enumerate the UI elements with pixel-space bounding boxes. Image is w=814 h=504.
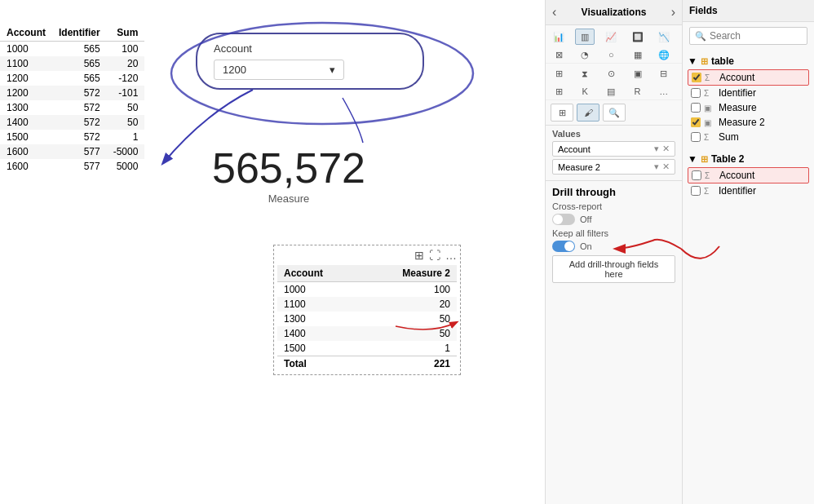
field-checkbox-measure2-table[interactable]: [691, 117, 701, 127]
chevron-right-icon[interactable]: ›: [671, 5, 675, 20]
table-section-table2: ▼ ⊞ Table 2 Σ Account Σ Identifier: [688, 151, 809, 198]
field-checkbox-identifier-table2[interactable]: [691, 186, 701, 196]
table-cell: 577: [52, 159, 107, 174]
table-cell: 1: [361, 341, 458, 356]
viz-icon-bar[interactable]: 📊: [549, 29, 568, 45]
drill-through-section: Drill through Cross-report Off Keep all …: [546, 180, 682, 288]
sigma-icon-sum: Σ: [704, 133, 715, 142]
viz-icon-kpi[interactable]: K: [575, 83, 595, 99]
viz-icon-shape[interactable]: R: [628, 83, 648, 99]
value-pill-account[interactable]: Account ▾ ✕: [552, 141, 675, 157]
table-row: 1000100: [277, 282, 457, 298]
table-cell: 1400: [277, 326, 361, 341]
keep-filters-toggle[interactable]: [552, 241, 575, 252]
cross-report-label: Cross-report: [552, 201, 675, 211]
cross-report-toggle[interactable]: [552, 214, 575, 225]
table-row: 16005775000: [0, 159, 144, 174]
field-checkbox-account-table2[interactable]: [692, 170, 701, 180]
cross-report-value: Off: [580, 214, 591, 224]
total-row: Total221: [277, 356, 457, 372]
sigma-icon-account-table2: Σ: [705, 171, 716, 180]
more-options-icon[interactable]: …: [445, 249, 457, 262]
viz-icon-matrix[interactable]: ⊞: [549, 83, 568, 99]
table-icon: ⊞: [701, 56, 708, 67]
table-cell: 5000: [107, 159, 145, 174]
cross-report-toggle-row: Off: [552, 214, 675, 225]
table-cell: 1200: [0, 86, 52, 100]
chevron-left-icon[interactable]: ‹: [552, 5, 556, 20]
big-number-value: 565,572: [212, 147, 365, 189]
search-input[interactable]: [710, 30, 802, 42]
small-table-col-measure2: Measure 2: [361, 265, 458, 282]
format-tab-row: ⊞ 🖌 🔍: [546, 100, 682, 126]
table-cell: 572: [52, 100, 107, 115]
table-cell: -120: [107, 71, 145, 86]
viz-icon-treemap[interactable]: ▦: [628, 46, 648, 63]
viz-icon-scatter[interactable]: ⊠: [549, 46, 568, 63]
table-row: 130050: [277, 312, 457, 326]
format-tab-btn[interactable]: 🖌: [577, 104, 599, 122]
right-panel: ‹ Visualizations › 📊 ▥ 📈 🔲 📉 ⊠ ◔ ○ ▦ 🌐 ⊞…: [545, 0, 814, 504]
keep-filters-value: On: [580, 241, 592, 251]
add-drill-through-button[interactable]: Add drill-through fields here: [552, 255, 675, 283]
viz-panel-header: ‹ Visualizations ›: [546, 0, 682, 25]
slicer-dropdown[interactable]: 1200 ▾: [214, 60, 344, 80]
field-checkbox-account-table[interactable]: [692, 73, 701, 82]
value-pill-account-label: Account: [558, 144, 591, 154]
collapse-icon-table2: ▼: [688, 153, 697, 165]
table-row: 1000565100: [0, 42, 144, 57]
fields-tab-btn[interactable]: ⊞: [551, 104, 573, 122]
viz-icon-more[interactable]: …: [654, 83, 674, 99]
table-cell: 100: [107, 42, 145, 57]
value-pill-measure2-close[interactable]: ✕: [662, 161, 670, 172]
viz-icon-pie[interactable]: ◔: [575, 46, 595, 63]
drill-through-title: Drill through: [552, 186, 675, 198]
table-icon-measure: ▣: [704, 104, 715, 113]
field-checkbox-sum-table[interactable]: [691, 132, 701, 142]
value-pill-measure2[interactable]: Measure 2 ▾ ✕: [552, 159, 675, 175]
viz-icon-card[interactable]: ▣: [628, 65, 648, 82]
value-pill-measure2-chevron[interactable]: ▾: [654, 161, 659, 172]
viz-icon-filled-map[interactable]: ⊞: [549, 65, 568, 82]
viz-icon-funnel[interactable]: ⧗: [575, 65, 595, 82]
table-cell: 577: [52, 144, 107, 159]
viz-icon-column[interactable]: ▥: [575, 29, 595, 45]
table-cell: 1500: [0, 130, 52, 144]
viz-icon-line[interactable]: 📈: [601, 29, 621, 45]
viz-icon-slicer[interactable]: ▤: [601, 83, 621, 99]
viz-icon-grid-2: ⊞ ⧗ ⊙ ▣ ⊟ ⊞ K ▤ R …: [546, 64, 682, 100]
table-section-header-table[interactable]: ▼ ⊞ table: [688, 53, 809, 69]
value-pill-account-close[interactable]: ✕: [662, 144, 670, 154]
focus-icon[interactable]: ⛶: [429, 249, 440, 262]
left-table-container: Account Identifier Sum 10005651001100565…: [0, 24, 163, 174]
analytics-tab-btn[interactable]: 🔍: [603, 104, 626, 122]
table-cell: -101: [107, 86, 145, 100]
field-checkbox-measure-table[interactable]: [691, 103, 701, 113]
viz-icon-table[interactable]: ⊟: [654, 65, 674, 82]
table-row: 140050: [277, 326, 457, 341]
viz-icon-ribbon[interactable]: 📉: [654, 29, 674, 45]
field-item-account-table: Σ Account: [688, 69, 809, 86]
field-checkbox-identifier-table[interactable]: [691, 88, 701, 98]
viz-icon-map[interactable]: 🌐: [654, 46, 674, 63]
table-cell: 1300: [0, 100, 52, 115]
viz-icon-area[interactable]: 🔲: [628, 29, 648, 45]
table2-section-name: Table 2: [711, 153, 744, 165]
value-pill-account-chevron[interactable]: ▾: [654, 144, 659, 154]
table-section-header-table2[interactable]: ▼ ⊞ Table 2: [688, 151, 809, 167]
viz-icon-gauge[interactable]: ⊙: [601, 65, 621, 82]
filter-icon[interactable]: ⊞: [414, 249, 424, 262]
col-header-sum: Sum: [107, 24, 145, 42]
viz-icon-grid-1: 📊 ▥ 📈 🔲 📉 ⊠ ◔ ○ ▦ 🌐: [546, 25, 682, 64]
table-row: 140057250: [0, 115, 144, 130]
table-cell: 1100: [0, 56, 52, 71]
table-cell: 1100: [277, 297, 361, 312]
field-label-account-table2: Account: [719, 170, 754, 181]
table-cell: 565: [52, 56, 107, 71]
viz-icon-donut[interactable]: ○: [601, 46, 621, 63]
table-cell: 1300: [277, 312, 361, 326]
search-box[interactable]: 🔍: [689, 27, 807, 45]
field-item-identifier-table2: Σ Identifier: [688, 183, 809, 198]
field-item-measure2-table: ▣ Measure 2: [688, 115, 809, 130]
table-cell: -5000: [107, 144, 145, 159]
